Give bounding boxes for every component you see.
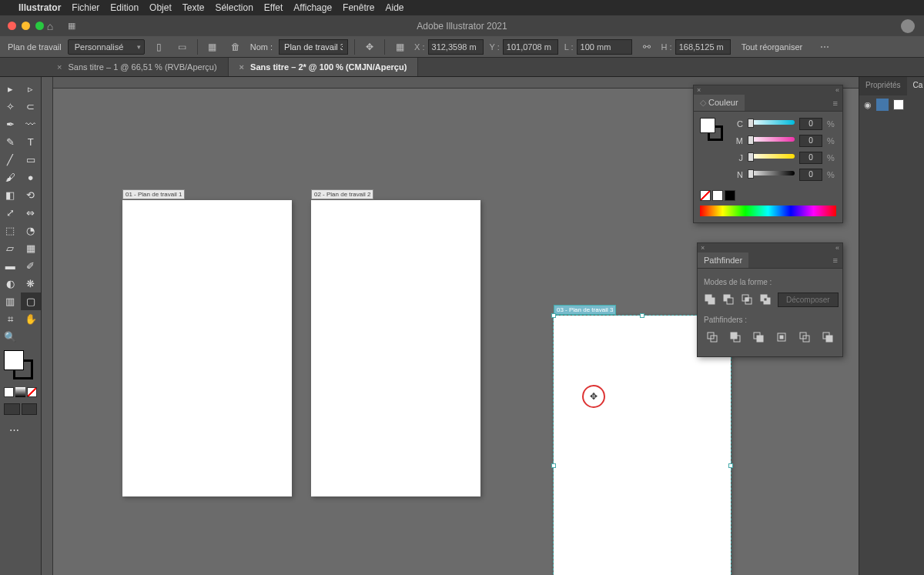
lasso-tool-icon[interactable]: ⊂ (21, 98, 42, 115)
pathfinder-tab[interactable]: Pathfinder (698, 252, 748, 268)
reorganize-button[interactable]: Tout réorganiser (742, 42, 803, 52)
blend-tool-icon[interactable]: ◐ (0, 275, 21, 293)
close-tab-icon[interactable]: × (57, 62, 62, 72)
eyedropper-tool-icon[interactable]: ✐ (21, 257, 42, 275)
j-slider[interactable] (748, 154, 795, 162)
minimize-window-icon[interactable] (22, 22, 30, 30)
color-panel-tab[interactable]: ◇ Couleur (694, 95, 745, 111)
gradient-mode-icon[interactable] (15, 387, 25, 397)
resize-handle[interactable] (728, 463, 733, 468)
curvature-tool-icon[interactable]: 〰 (21, 115, 42, 133)
mesh-tool-icon[interactable]: ▦ (21, 239, 42, 257)
paintbrush-tool-icon[interactable]: 🖌 (0, 169, 21, 186)
panel-menu-icon[interactable]: ≡ (829, 252, 842, 268)
crop-icon[interactable] (773, 329, 790, 346)
app-menu[interactable]: Illustrator (18, 2, 61, 13)
ruler-vertical[interactable] (42, 77, 53, 575)
visibility-icon[interactable]: ◉ (864, 100, 872, 110)
exclude-icon[interactable] (759, 291, 772, 308)
w-value[interactable]: 100 mm (577, 39, 632, 55)
collapse-panel-icon[interactable]: « (835, 244, 839, 252)
menu-texte[interactable]: Texte (182, 2, 205, 13)
menu-objet[interactable]: Objet (149, 2, 172, 13)
screen-mode-full-icon[interactable] (22, 403, 38, 415)
resize-handle[interactable] (551, 313, 556, 318)
unite-icon[interactable] (704, 291, 716, 308)
symbol-sprayer-tool-icon[interactable]: ❋ (21, 275, 42, 293)
n-slider[interactable] (748, 171, 795, 179)
shape-builder-tool-icon[interactable]: ◔ (21, 222, 42, 239)
pathfinder-panel[interactable]: ×« Pathfinder ≡ Modes de la forme : Déco… (697, 242, 843, 357)
y-value[interactable]: 101,0708 m (503, 39, 558, 55)
c-slider[interactable] (748, 120, 795, 128)
artboard-1[interactable]: 01 - Plan de travail 1 (122, 200, 292, 496)
selection-tool-icon[interactable]: ▸ (0, 80, 21, 98)
doc-tab-1[interactable]: × Sans titre – 1 @ 66,51 % (RVB/Aperçu) (46, 58, 229, 76)
home-icon[interactable]: ⌂ (42, 19, 58, 33)
preset-dropdown[interactable]: Personnalisé (68, 39, 145, 55)
n-value[interactable]: 0 (799, 169, 822, 181)
properties-tab[interactable]: Propriétés (859, 77, 907, 95)
menu-effet[interactable]: Effet (264, 2, 283, 13)
spectrum-picker[interactable] (700, 206, 836, 216)
close-panel-icon[interactable]: × (697, 86, 701, 94)
minus-front-icon[interactable] (722, 291, 735, 308)
menu-edition[interactable]: Edition (110, 2, 139, 13)
zoom-tool-icon[interactable]: 🔍 (0, 328, 21, 346)
width-tool-icon[interactable]: ⇔ (21, 204, 42, 222)
slice-tool-icon[interactable]: ⌗ (0, 310, 21, 328)
color-mode-icon[interactable] (4, 387, 14, 397)
menu-selection[interactable]: Sélection (215, 2, 253, 13)
reference-point-icon[interactable]: ▦ (391, 39, 408, 55)
color-panel[interactable]: ×« ◇ Couleur ≡ C 0 % M 0 % (693, 85, 843, 223)
orientation-portrait-icon[interactable]: ▯ (151, 39, 168, 55)
intersect-icon[interactable] (741, 291, 753, 308)
link-dimensions-icon[interactable]: ⚯ (638, 39, 655, 55)
user-avatar-icon[interactable] (901, 19, 915, 33)
menu-aide[interactable]: Aide (385, 2, 403, 13)
artboard-name-input[interactable] (279, 39, 348, 55)
blob-brush-tool-icon[interactable]: ● (21, 169, 42, 186)
fill-stroke-swatch[interactable] (4, 350, 33, 379)
new-artboard-icon[interactable]: ▦ (204, 39, 221, 55)
screen-mode-normal-icon[interactable] (4, 403, 20, 415)
close-window-icon[interactable] (8, 22, 16, 30)
menu-fenetre[interactable]: Fenêtre (343, 2, 374, 13)
minus-back-icon[interactable] (819, 329, 836, 346)
fill-swatch[interactable] (4, 350, 24, 370)
c-value[interactable]: 0 (799, 118, 822, 130)
grid-icon[interactable]: ▦ (64, 19, 79, 33)
fill-stroke-mini[interactable] (700, 118, 723, 141)
free-transform-tool-icon[interactable]: ⬚ (0, 222, 21, 239)
scale-tool-icon[interactable]: ⤢ (0, 204, 21, 222)
outline-icon[interactable] (796, 329, 813, 346)
move-art-icon[interactable]: ✥ (361, 39, 378, 55)
menu-fichier[interactable]: Fichier (72, 2, 99, 13)
expand-button[interactable]: Décomposer (778, 293, 839, 307)
x-value[interactable]: 312,3598 m (428, 39, 484, 55)
collapse-panel-icon[interactable]: « (835, 86, 839, 94)
pencil-tool-icon[interactable]: ✎ (0, 133, 21, 151)
m-value[interactable]: 0 (799, 135, 822, 147)
rectangle-tool-icon[interactable]: ▭ (21, 151, 42, 169)
divide-icon[interactable] (704, 329, 721, 346)
orientation-landscape-icon[interactable]: ▭ (174, 39, 191, 55)
line-tool-icon[interactable]: ╱ (0, 151, 21, 169)
artboard-2[interactable]: 02 - Plan de travail 2 (311, 200, 480, 496)
j-value[interactable]: 0 (799, 152, 822, 164)
gradient-tool-icon[interactable]: ▬ (0, 257, 21, 275)
none-mode-icon[interactable] (27, 387, 37, 397)
artboard-options-icon[interactable]: ⋯ (816, 39, 833, 55)
doc-tab-2[interactable]: × Sans titre – 2* @ 100 % (CMJN/Aperçu) (229, 58, 419, 76)
white-swatch-icon[interactable] (712, 190, 723, 201)
artboard-tool-icon[interactable]: ▢ (21, 293, 42, 310)
type-tool-icon[interactable]: T (21, 133, 42, 151)
resize-handle[interactable] (551, 463, 556, 468)
resize-handle[interactable] (640, 313, 644, 318)
direct-selection-tool-icon[interactable]: ▹ (21, 80, 42, 98)
none-swatch-icon[interactable] (700, 190, 711, 201)
trim-icon[interactable] (727, 329, 744, 346)
edit-toolbar-icon[interactable]: ⋯ (4, 421, 25, 439)
m-slider[interactable] (748, 137, 795, 145)
layers-tab[interactable]: Ca (907, 77, 924, 95)
